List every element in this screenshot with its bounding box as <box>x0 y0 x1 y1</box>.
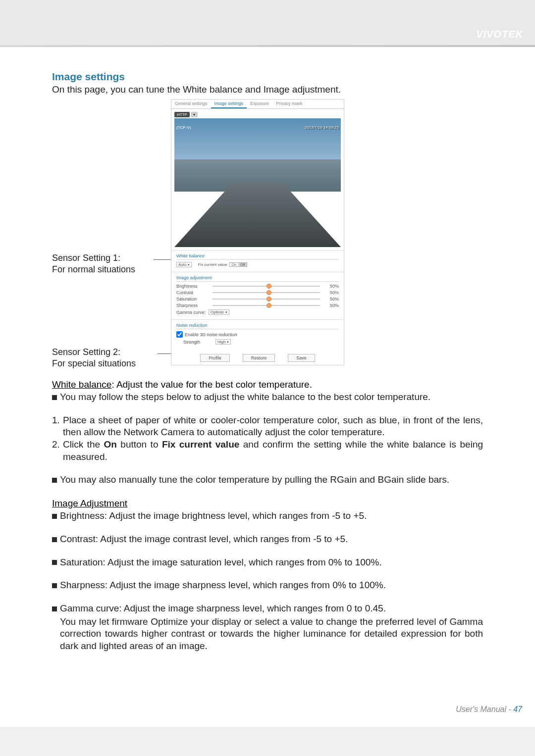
ia-gamma-desc: You may let firmware Optimize your displ… <box>52 616 483 653</box>
white-balance-panel: White balance Auto Fix current value On … <box>171 250 344 272</box>
sharpness-label: Sharpness <box>176 303 209 308</box>
fix-current-label: Fix current value <box>198 262 227 267</box>
tab-exposure[interactable]: Exposure <box>247 100 272 108</box>
gamma-select[interactable]: Optimiz <box>209 309 229 315</box>
profile-button[interactable]: Profile <box>200 354 230 362</box>
brightness-label: Brightness <box>176 284 209 289</box>
ia-gamma: Gamma curve: Adjust the image sharpness … <box>52 603 483 615</box>
nr-strength-select[interactable]: High <box>215 339 231 345</box>
toggle-on: On <box>230 263 238 266</box>
section-title: Image settings <box>52 71 483 83</box>
enable-3d-nr-checkbox[interactable] <box>176 331 183 338</box>
bullet-icon <box>52 478 57 483</box>
annotation-sensor-1: Sensor Setting 1: For normal situations <box>52 252 135 276</box>
brightness-value: 50% <box>324 284 339 289</box>
button-row: Profile Restore Save <box>171 354 344 362</box>
annotation-column: Sensor Setting 1: For normal situations … <box>52 99 171 366</box>
wb-mode-value: Auto <box>178 262 186 267</box>
wb-bullet-2: You may also manually tune the color tem… <box>52 474 483 486</box>
sharpness-value: 50% <box>324 303 339 308</box>
restore-button[interactable]: Restore <box>243 354 275 362</box>
gamma-label: Gamma curve: <box>176 310 209 315</box>
wb-heading: White balance <box>52 379 111 390</box>
ia-saturation: Saturation: Adjust the image saturation … <box>52 556 483 569</box>
save-button[interactable]: Save <box>288 354 315 362</box>
ia-heading: Image Adjustment <box>52 498 483 509</box>
saturation-slider[interactable] <box>213 299 320 300</box>
nr-strength-value: High <box>217 340 225 344</box>
ia-brightness: Brightness: Adjust the image brightness … <box>52 510 483 522</box>
wb-heading-line: White balance: Adjust the value for the … <box>52 379 483 390</box>
annotation-sensor-2: Sensor Setting 2: For special situations <box>52 347 136 370</box>
bullet-icon <box>52 395 57 400</box>
badge-dropdown-icon[interactable]: ▾ <box>191 112 198 117</box>
wb-bullet-1: You may follow the steps below to adjust… <box>52 391 483 403</box>
bullet-icon <box>52 606 57 611</box>
enable-3d-nr-label: Enable 3D noise reduction <box>185 332 237 337</box>
noise-reduction-label: Noise reduction <box>176 323 339 329</box>
footer-label: User's Manual - <box>456 705 513 713</box>
step-2: 2.Click the On button to Fix current val… <box>52 439 483 463</box>
wb-heading-tail: : Adjust the value for the best color te… <box>111 379 312 390</box>
ia-contrast: Contrast: Adjust the image contrast leve… <box>52 533 483 546</box>
white-balance-label: White balance <box>176 253 339 260</box>
bullet-icon <box>52 514 57 519</box>
badge-label: HTTP <box>177 112 187 117</box>
tab-bar: General settings Image settings Exposure… <box>171 100 344 109</box>
video-preview: (TCP-V) 2012/7/16 14:09:23 <box>174 118 341 247</box>
preview-timestamp: 2012/7/16 14:09:23 <box>305 125 339 130</box>
brightness-slider[interactable] <box>213 286 320 287</box>
annotation-line-2 <box>158 353 171 354</box>
sharpness-slider[interactable] <box>213 305 320 306</box>
wb-mode-select[interactable]: Auto <box>176 262 192 267</box>
section-intro: On this page, you can tune the White bal… <box>52 84 483 95</box>
page-number: 47 <box>513 705 522 713</box>
nr-strength-label: Strength <box>183 340 215 345</box>
preview-overlay-tcp: (TCP-V) <box>176 125 191 130</box>
bullet-icon <box>52 537 57 542</box>
page-header: VIVOTEK <box>0 0 535 47</box>
contrast-value: 50% <box>324 290 339 295</box>
tab-image[interactable]: Image settings <box>211 100 247 108</box>
brand-logo: VIVOTEK <box>476 29 523 40</box>
bullet-icon <box>52 560 57 565</box>
step-1: 1.Place a sheet of paper of white or coo… <box>52 414 483 439</box>
saturation-label: Saturation <box>176 297 209 302</box>
fix-toggle[interactable]: On Off <box>229 262 248 267</box>
tab-privacy[interactable]: Privacy mask <box>272 100 306 108</box>
noise-reduction-panel: Noise reduction Enable 3D noise reductio… <box>171 319 344 349</box>
contrast-slider[interactable] <box>213 292 320 293</box>
tab-general[interactable]: General settings <box>171 100 211 108</box>
badge-http[interactable]: HTTP <box>174 112 190 117</box>
image-adjustment-label: Image adjustment <box>176 275 339 282</box>
toggle-off: Off <box>238 263 247 266</box>
page-footer: User's Manual - 47 <box>456 705 522 714</box>
image-adjustment-panel: Image adjustment Brightness 50% Contrast… <box>171 272 344 319</box>
ia-sharpness: Sharpness: Adjust the image sharpness le… <box>52 579 483 592</box>
annotation-line-1 <box>154 259 171 260</box>
contrast-label: Contrast <box>176 290 209 295</box>
settings-screenshot: General settings Image settings Exposure… <box>171 99 344 365</box>
gamma-value: Optimiz <box>211 310 224 314</box>
saturation-value: 50% <box>324 297 339 302</box>
bullet-icon <box>52 583 57 588</box>
